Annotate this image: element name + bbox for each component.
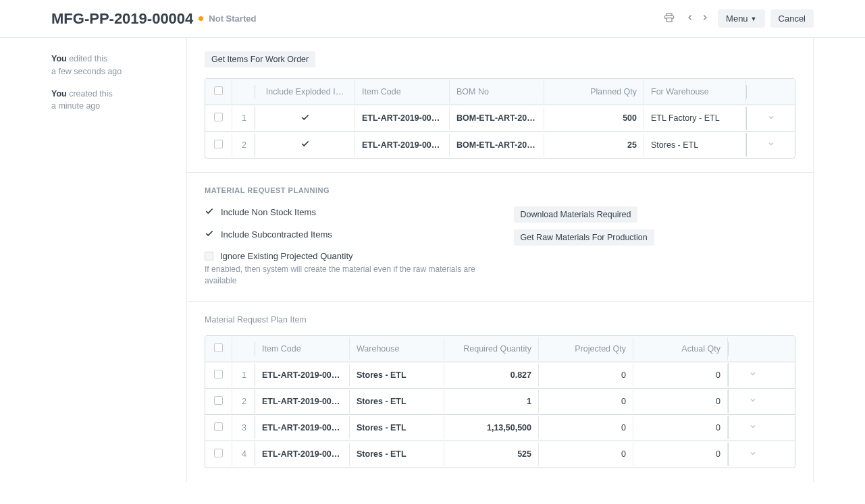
warehouse-cell: Stores - ETL: [350, 443, 444, 466]
row-menu-button[interactable]: [728, 363, 777, 387]
timeline-action: edited this: [69, 54, 107, 63]
page-title-group: MFG-PP-2019-00004 Not Started: [51, 10, 256, 28]
row-checkbox[interactable]: [205, 133, 232, 157]
row-checkbox[interactable]: [205, 442, 232, 466]
item-code-cell: ETL-ART-2019-00…: [255, 390, 350, 413]
get-raw-materials-button[interactable]: Get Raw Materials For Production: [514, 229, 654, 246]
required-qty-cell: 525: [444, 443, 539, 466]
cancel-button[interactable]: Cancel: [770, 9, 814, 28]
select-all-checkbox[interactable]: [205, 80, 232, 104]
projected-qty-cell: 0: [539, 443, 633, 466]
svg-rect-1: [666, 18, 672, 22]
mrp-section: MATERIAL REQUEST PLANNING Include Non St…: [187, 173, 813, 302]
row-menu-button[interactable]: [728, 389, 777, 413]
get-items-work-order-button[interactable]: Get Items For Work Order: [205, 51, 315, 67]
timeline-who: You: [51, 89, 67, 99]
col-required-qty[interactable]: Required Quantity: [444, 337, 539, 360]
check-icon: [205, 206, 214, 218]
grid-header-row: Include Exploded I… Item Code BOM No Pla…: [205, 79, 795, 105]
col-planned-qty[interactable]: Planned Qty: [544, 80, 644, 103]
row-index: 4: [232, 443, 255, 466]
col-warehouse[interactable]: Warehouse: [350, 337, 444, 360]
actual-qty-cell: 0: [633, 364, 728, 387]
planned-qty-cell: 25: [544, 134, 644, 157]
row-checkbox[interactable]: [205, 106, 232, 130]
projected-qty-cell: 0: [539, 364, 633, 387]
warehouse-cell: ETL Factory - ETL: [644, 107, 746, 130]
timeline-when: a few seconds ago: [51, 65, 180, 78]
table-row[interactable]: 1 ETL-ART-2019-00… BOM-ETL-ART-201… 500 …: [205, 105, 795, 132]
mrp-actions-col: Download Materials Required Get Raw Mate…: [514, 206, 796, 287]
projected-qty-cell: 0: [539, 416, 633, 439]
page-header: MFG-PP-2019-00004 Not Started Menu ▼ Can…: [0, 0, 865, 38]
timeline-entry: You created this a minute ago: [51, 88, 180, 113]
item-code-cell: ETL-ART-2019-00…: [355, 107, 450, 130]
print-icon[interactable]: [661, 9, 677, 28]
col-include-exploded[interactable]: Include Exploded I…: [255, 80, 355, 103]
include-subcontracted-checkbox[interactable]: Include Subcontracted Items: [205, 229, 487, 240]
table-row[interactable]: 1 ETL-ART-2019-00… Stores - ETL 0.827 0 …: [205, 362, 795, 389]
warehouse-cell: Stores - ETL: [644, 134, 746, 157]
warehouse-cell: Stores - ETL: [350, 364, 444, 387]
table-row[interactable]: 3 ETL-ART-2019-00… Stores - ETL 1,13,50,…: [205, 415, 795, 441]
row-index: 2: [232, 134, 255, 157]
col-for-warehouse[interactable]: For Warehouse: [644, 80, 746, 103]
col-index: [232, 85, 255, 99]
unchecked-box-icon: [205, 252, 213, 260]
include-non-stock-checkbox[interactable]: Include Non Stock Items: [205, 206, 487, 218]
table-row[interactable]: 2 ETL-ART-2019-00… Stores - ETL 1 0 0: [205, 389, 795, 415]
projected-qty-cell: 0: [539, 390, 633, 413]
sidebar: You edited this a few seconds ago You cr…: [51, 38, 186, 482]
status-dot-icon: [199, 16, 203, 21]
row-menu-button[interactable]: [746, 133, 795, 157]
col-actual-qty[interactable]: Actual Qty: [633, 337, 728, 360]
col-projected-qty[interactable]: Projected Qty: [539, 337, 633, 360]
actual-qty-cell: 0: [633, 443, 728, 466]
ignore-projected-label: Ignore Existing Projected Quantity: [220, 251, 353, 261]
row-menu-button[interactable]: [728, 416, 777, 439]
row-checkbox[interactable]: [205, 363, 232, 387]
check-icon: [205, 229, 214, 240]
row-menu-button[interactable]: [746, 107, 795, 130]
select-all-checkbox[interactable]: [205, 337, 232, 361]
timeline-entry: You edited this a few seconds ago: [51, 53, 180, 78]
prev-icon[interactable]: [683, 10, 698, 27]
page-title: MFG-PP-2019-00004: [51, 10, 193, 28]
check-icon: [300, 115, 310, 124]
col-bom-no[interactable]: BOM No: [450, 80, 544, 103]
timeline-who: You: [51, 54, 67, 63]
menu-button[interactable]: Menu ▼: [718, 9, 764, 28]
row-checkbox[interactable]: [205, 416, 232, 440]
menu-button-label: Menu: [726, 13, 748, 24]
actual-qty-cell: 0: [633, 416, 728, 439]
mrp-options-col: Include Non Stock Items Include Subcontr…: [205, 206, 487, 287]
download-materials-button[interactable]: Download Materials Required: [514, 206, 638, 223]
grid-header-row: Item Code Warehouse Required Quantity Pr…: [205, 336, 795, 362]
table-row[interactable]: 4 ETL-ART-2019-00… Stores - ETL 525 0 0: [205, 441, 795, 468]
include-subcontracted-label: Include Subcontracted Items: [221, 229, 332, 240]
table-row[interactable]: 2 ETL-ART-2019-00… BOM-ETL-ART-201… 25 S…: [205, 132, 795, 158]
item-code-cell: ETL-ART-2019-00…: [255, 443, 350, 466]
mrp-section-title: MATERIAL REQUEST PLANNING: [205, 186, 795, 194]
row-checkbox[interactable]: [205, 389, 232, 414]
row-menu-button[interactable]: [728, 443, 777, 466]
page-actions: Menu ▼ Cancel: [661, 9, 814, 28]
mr-plan-section: Material Request Plan Item Item Code War…: [187, 302, 813, 482]
col-item-code[interactable]: Item Code: [255, 337, 350, 360]
work-order-section: Get Items For Work Order Include Explode…: [187, 38, 813, 173]
item-code-cell: ETL-ART-2019-00…: [355, 134, 450, 157]
item-code-cell: ETL-ART-2019-00…: [255, 416, 350, 439]
check-icon: [300, 141, 310, 150]
required-qty-cell: 0.827: [444, 364, 539, 387]
required-qty-cell: 1,13,50,500: [444, 416, 539, 439]
next-icon[interactable]: [698, 10, 712, 27]
main-form: Get Items For Work Order Include Explode…: [186, 38, 814, 482]
col-item-code[interactable]: Item Code: [355, 80, 450, 103]
row-index: 1: [232, 364, 255, 387]
item-code-cell: ETL-ART-2019-00…: [255, 364, 350, 387]
bom-no-cell: BOM-ETL-ART-201…: [450, 107, 544, 130]
mr-plan-grid: Item Code Warehouse Required Quantity Pr…: [205, 335, 795, 468]
ignore-projected-checkbox[interactable]: Ignore Existing Projected Quantity: [205, 251, 487, 261]
include-exploded-cell: [255, 132, 355, 157]
col-row-menu: [728, 342, 777, 356]
